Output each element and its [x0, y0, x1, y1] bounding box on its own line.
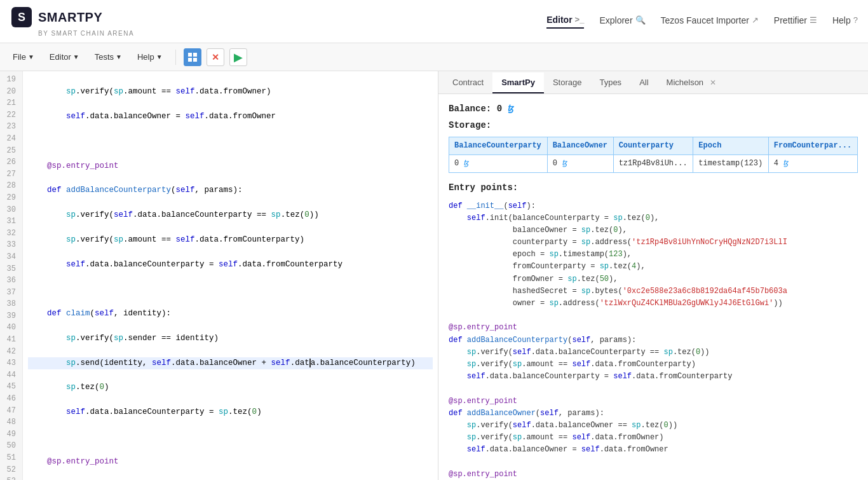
logo-row: S SMARTPY	[10, 6, 102, 29]
faucet-arrow-icon: ↗	[752, 15, 759, 25]
header: S SMARTPY BY SMART CHAIN ARENA Editor >_…	[0, 0, 868, 43]
editor-nav-icon: >_	[575, 15, 585, 24]
svg-rect-3	[193, 53, 197, 57]
tab-types[interactable]: Types	[590, 72, 630, 93]
storage-data-row: 0 ꜩ 0 ꜩ tz1Rp4Bv8iUh... timestamp(123) 4…	[449, 154, 858, 172]
editor-nav-label: Editor	[546, 15, 572, 25]
toolbar: File ▼ Editor ▼ Tests ▼ Help ▼ ✕ ▶	[0, 43, 868, 71]
tab-smartpy[interactable]: SmartPy	[492, 72, 544, 93]
tests-label: Tests	[95, 52, 114, 62]
nav-faucet[interactable]: Tezos Faucet Importer ↗	[661, 15, 759, 28]
help-menu[interactable]: Help ▼	[132, 50, 168, 64]
help-dropdown-icon: ▼	[156, 53, 163, 60]
balance-label: Balance:	[449, 104, 491, 114]
cell-balance-counterparty: 0 ꜩ	[449, 154, 548, 172]
editor-label: Editor	[50, 52, 71, 62]
tests-menu[interactable]: Tests ▼	[90, 50, 127, 64]
logo-area: S SMARTPY BY SMART CHAIN ARENA	[10, 6, 134, 37]
cell-counterparty: tz1Rp4Bv8iUh...	[613, 154, 693, 172]
nav-editor[interactable]: Editor >_	[546, 15, 584, 29]
tab-contract[interactable]: Contract	[444, 72, 492, 93]
svg-rect-4	[188, 58, 192, 62]
code-editor[interactable]: 19 20 21 22 23 24 25 26 27 28 29 30 31 3…	[0, 71, 438, 480]
logo-subtitle: BY SMART CHAIN ARENA	[38, 30, 134, 37]
balance-display: Balance: 0 ꜩ	[449, 102, 858, 116]
faucet-nav-label: Tezos Faucet Importer	[661, 15, 749, 25]
grid-icon	[187, 52, 198, 62]
run-button[interactable]: ▶	[229, 48, 247, 66]
prettifier-nav-label: Prettifier	[774, 15, 807, 25]
file-label: File	[13, 52, 26, 62]
logo-text: SMARTPY	[38, 10, 102, 25]
col-balance-counterparty: BalanceCounterparty	[449, 137, 548, 154]
cell-epoch: timestamp(123)	[693, 154, 768, 172]
storage-header-row: BalanceCounterparty BalanceOwner Counter…	[449, 137, 858, 154]
run-play-icon: ▶	[234, 50, 243, 64]
nav-explorer[interactable]: Explorer 🔍	[599, 15, 645, 28]
storage-label: Storage:	[449, 118, 858, 132]
storage-table: BalanceCounterparty BalanceOwner Counter…	[449, 137, 858, 173]
toolbar-separator-1	[175, 50, 176, 65]
nav-help[interactable]: Help ?	[832, 15, 858, 28]
col-epoch: Epoch	[693, 137, 768, 154]
col-from-counterparty: FromCounterpar...	[768, 137, 857, 154]
col-balance-owner: BalanceOwner	[547, 137, 613, 154]
cell-balance-owner: 0 ꜩ	[547, 154, 613, 172]
tab-michelson[interactable]: Michelson ✕	[658, 72, 726, 93]
tab-all[interactable]: All	[630, 72, 657, 93]
svg-rect-5	[193, 58, 197, 62]
col-counterparty: Counterparty	[613, 137, 693, 154]
nav-prettifier[interactable]: Prettifier ☰	[774, 15, 817, 28]
nav-right: Editor >_ Explorer 🔍 Tezos Faucet Import…	[546, 15, 858, 29]
line-numbers: 19 20 21 22 23 24 25 26 27 28 29 30 31 3…	[0, 71, 23, 480]
file-dropdown-icon: ▼	[28, 53, 34, 60]
code-lines[interactable]: sp.verify(sp.amount == self.data.fromOwn…	[23, 71, 438, 480]
entry-points-label: Entry points:	[449, 181, 858, 195]
output-tabs: Contract SmartPy Storage Types All Miche…	[438, 71, 868, 94]
explorer-search-icon: 🔍	[635, 15, 646, 25]
grid-button[interactable]	[184, 48, 201, 66]
smartpy-logo: S	[10, 6, 33, 29]
tez-icon: ꜩ	[507, 104, 513, 114]
explorer-nav-label: Explorer	[599, 15, 632, 25]
output-pane: Contract SmartPy Storage Types All Miche…	[438, 71, 868, 480]
editor-menu[interactable]: Editor ▼	[44, 50, 85, 64]
prettifier-menu-icon: ☰	[810, 15, 817, 25]
editor-dropdown-icon: ▼	[73, 53, 79, 60]
tab-close-icon[interactable]: ✕	[709, 78, 717, 87]
main-content: 19 20 21 22 23 24 25 26 27 28 29 30 31 3…	[0, 71, 868, 480]
cell-from-counterparty: 4 ꜩ	[768, 154, 857, 172]
svg-rect-2	[188, 53, 192, 57]
tests-dropdown-icon: ▼	[116, 53, 122, 60]
svg-text:S: S	[18, 11, 25, 24]
close-button[interactable]: ✕	[207, 48, 224, 66]
help-label: Help	[137, 52, 154, 62]
output-code: def __init__(self): self.init(balanceCou…	[449, 200, 858, 480]
balance-value: 0	[497, 104, 502, 114]
output-content[interactable]: Balance: 0 ꜩ Storage: BalanceCounterpart…	[438, 94, 868, 480]
close-x-icon: ✕	[212, 52, 219, 62]
help-question-icon: ?	[853, 15, 858, 25]
help-nav-label: Help	[832, 15, 851, 25]
tab-storage[interactable]: Storage	[544, 72, 591, 93]
file-menu[interactable]: File ▼	[8, 50, 39, 64]
